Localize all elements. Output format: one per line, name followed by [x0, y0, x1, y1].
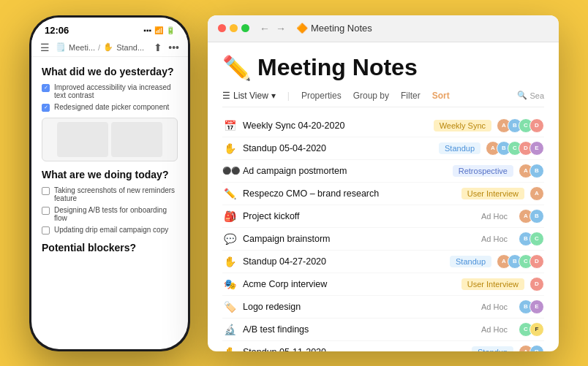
table-row[interactable]: 🎒 Project kickoff Ad Hoc A B	[222, 205, 544, 228]
list-icon: ☰	[222, 91, 230, 101]
phone-status-bar: 12:06 ▪▪▪ 📶 🔋	[31, 18, 188, 39]
hamburger-icon[interactable]: ☰	[40, 42, 50, 53]
row-icon: ⚫⚫	[222, 167, 237, 175]
phone-content: What did we do yesterday? ✓ Improved acc…	[31, 57, 188, 349]
page-title: ✏️ Meeting Notes	[222, 54, 544, 82]
phone-checklist-item: Designing A/B tests for onboarding flow	[42, 206, 178, 222]
avatar: E	[529, 141, 544, 156]
avatar: A	[529, 186, 544, 201]
search-placeholder: Sea	[529, 91, 544, 100]
avatar: B	[529, 209, 544, 224]
row-avatars: A B C D	[500, 118, 544, 133]
checkbox-unchecked[interactable]	[42, 207, 50, 215]
checkbox-checked[interactable]: ✓	[42, 104, 50, 112]
search-bar[interactable]: 🔍 Sea	[517, 91, 544, 100]
table-row[interactable]: ✏️ Respeczo CMO – brand research User In…	[222, 183, 544, 205]
row-tag: Ad Hoc	[475, 210, 513, 222]
page-title-icon: ✏️	[222, 54, 252, 82]
row-icon: 📅	[222, 120, 237, 131]
phone-topbar-actions: ⬆ •••	[154, 42, 179, 53]
checklist-text: Taking screenshots of new reminders feat…	[54, 186, 178, 202]
checkbox-checked[interactable]: ✓	[42, 84, 50, 92]
table-row[interactable]: 💬 Campaign brainstorm Ad Hoc B C	[222, 228, 544, 251]
row-title: Ad campaign postmortem	[243, 166, 447, 176]
chevron-down-icon: ▾	[271, 91, 276, 101]
sort-button[interactable]: Sort	[432, 91, 450, 101]
row-tag: User Interview	[461, 188, 524, 199]
row-avatars: A B	[522, 345, 544, 351]
signal-icon: ▪▪▪	[143, 26, 151, 34]
row-icon: 💬	[222, 233, 237, 245]
row-tag: User Interview	[461, 278, 524, 290]
close-button[interactable]	[218, 24, 226, 32]
row-icon: 🔬	[222, 324, 237, 335]
avatar: F	[529, 322, 544, 337]
toolbar: ☰ List View ▾ | Properties Group by Filt…	[222, 91, 544, 107]
table-row[interactable]: ✋ Standup 05-11-2020 Standup A B	[222, 341, 544, 351]
avatar: B	[529, 164, 544, 178]
checklist-text: Redesigned date picker component	[54, 103, 169, 111]
table-row[interactable]: 📅 Weekly Sync 04-20-2020 Weekly Sync A B…	[222, 115, 544, 137]
row-avatars: A B	[522, 209, 544, 224]
row-title: Standup 05-04-2020	[243, 143, 433, 153]
phone-checklist-item: ✓ Improved accessibility via increased t…	[42, 83, 178, 99]
properties-button[interactable]: Properties	[301, 91, 342, 101]
row-title: Acme Corp interview	[243, 279, 456, 289]
row-icon: ✋	[222, 346, 237, 351]
avatar: E	[529, 300, 544, 314]
row-title: Weekly Sync 04-20-2020	[243, 121, 428, 131]
avatar: D	[529, 118, 544, 133]
more-icon[interactable]: •••	[168, 42, 179, 53]
view-selector[interactable]: ☰ List View ▾	[222, 91, 276, 101]
row-tag: Weekly Sync	[434, 120, 491, 131]
row-title: Standup 05-11-2020	[243, 347, 466, 351]
group-by-button[interactable]: Group by	[353, 91, 389, 101]
toolbar-separator: |	[287, 91, 290, 101]
window-title-icon: 🔶	[296, 23, 308, 34]
view-label: List View	[233, 91, 268, 101]
row-avatars: D	[533, 277, 544, 291]
row-title: Respeczo CMO – brand research	[243, 188, 456, 199]
window-traffic-lights	[218, 24, 249, 32]
phone-status-icons: ▪▪▪ 📶 🔋	[143, 26, 175, 34]
breadcrumb-part1: Meeti...	[69, 43, 95, 52]
breadcrumb-icon1: 🗒️	[56, 42, 66, 52]
breadcrumb-part2: Stand...	[116, 43, 144, 52]
maximize-button[interactable]	[241, 24, 249, 32]
search-icon: 🔍	[517, 91, 527, 100]
window-body: ✏️ Meeting Notes ☰ List View ▾ | Propert…	[208, 42, 559, 351]
share-icon[interactable]: ⬆	[154, 42, 162, 53]
back-icon[interactable]: ←	[260, 23, 270, 34]
phone-section1-title: What did we do yesterday?	[42, 66, 178, 77]
forward-icon[interactable]: →	[276, 23, 286, 34]
row-avatars: C F	[522, 322, 544, 337]
phone-checklist-item: Updating drip email campaign copy	[42, 226, 178, 235]
table-row[interactable]: ✋ Standup 04-27-2020 Standup A B C D	[222, 251, 544, 273]
row-title: Standup 04-27-2020	[243, 256, 444, 267]
row-avatars: A	[533, 186, 544, 201]
checkbox-unchecked[interactable]	[42, 226, 50, 235]
row-avatars: A B	[522, 164, 544, 178]
notes-table: 📅 Weekly Sync 04-20-2020 Weekly Sync A B…	[222, 115, 544, 351]
table-row[interactable]: 🏷️ Logo redesign Ad Hoc B E	[222, 296, 544, 319]
row-tag: Ad Hoc	[475, 324, 513, 335]
battery-icon: 🔋	[166, 26, 175, 34]
row-title: A/B test findings	[243, 324, 470, 335]
window-title-text: Meeting Notes	[311, 23, 372, 34]
row-icon: ✋	[222, 142, 237, 154]
phone-section3-title: Potential blockers?	[42, 242, 178, 253]
phone-section2-title: What are we doing today?	[42, 169, 178, 180]
row-icon: 🎭	[222, 278, 237, 290]
page-title-text: Meeting Notes	[257, 54, 418, 81]
row-tag: Standup	[439, 142, 480, 154]
row-title: Project kickoff	[243, 211, 470, 221]
checkbox-unchecked[interactable]	[42, 187, 50, 195]
avatar: D	[529, 254, 544, 269]
table-row[interactable]: ⚫⚫ Ad campaign postmortem Retrospective …	[222, 160, 544, 183]
filter-button[interactable]: Filter	[401, 91, 421, 101]
table-row[interactable]: ✋ Standup 05-04-2020 Standup A B C D E	[222, 137, 544, 160]
table-row[interactable]: 🔬 A/B test findings Ad Hoc C F	[222, 319, 544, 341]
table-row[interactable]: 🎭 Acme Corp interview User Interview D	[222, 273, 544, 296]
minimize-button[interactable]	[230, 24, 238, 32]
row-title: Campaign brainstorm	[243, 234, 470, 244]
